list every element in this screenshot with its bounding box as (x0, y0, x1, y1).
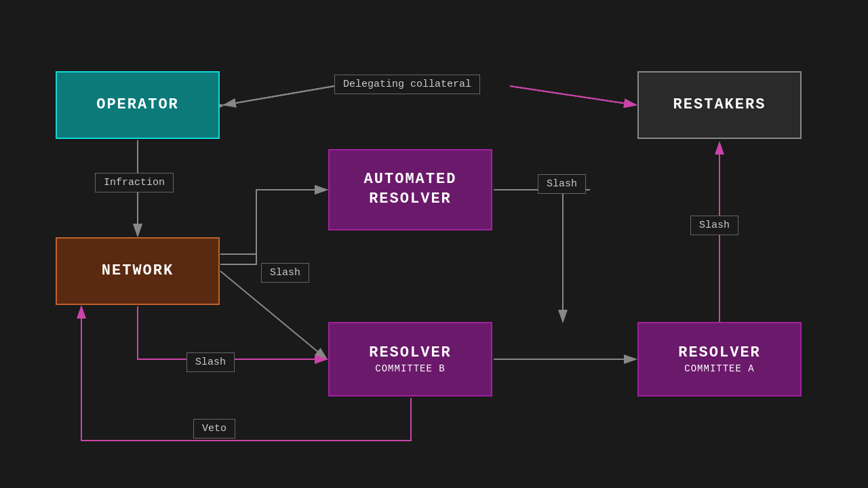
infraction-label: Infraction (95, 173, 174, 192)
slash-automated-label: Slash (538, 174, 586, 194)
slash-resolver-a-label: Slash (690, 216, 738, 235)
slash-network-resolver-b-label: Slash (186, 352, 235, 372)
resolver-a-label: RESOLVERCOMMITTEE A (678, 344, 761, 375)
operator-label: OPERATOR (96, 96, 179, 115)
restakers-label: RESTAKERS (673, 96, 766, 115)
svg-line-5 (510, 86, 636, 105)
veto-label: Veto (193, 419, 235, 439)
network-label: NETWORK (102, 262, 174, 281)
network-node: NETWORK (56, 237, 220, 305)
restakers-node: RESTAKERS (637, 71, 802, 139)
diagram: OPERATOR NETWORK AUTOMATEDRESOLVER RESOL… (0, 0, 868, 488)
svg-line-4 (224, 86, 334, 105)
resolver-a-node: RESOLVERCOMMITTEE A (637, 322, 802, 396)
delegating-collateral-label: Delegating collateral (334, 75, 480, 94)
automated-resolver-node: AUTOMATEDRESOLVER (328, 149, 492, 230)
automated-resolver-label: AUTOMATEDRESOLVER (364, 170, 457, 209)
resolver-b-label: RESOLVERCOMMITTEE B (369, 344, 452, 375)
resolver-b-node: RESOLVERCOMMITTEE B (328, 322, 492, 396)
svg-line-11 (220, 271, 327, 359)
slash-network-resolver-label: Slash (261, 263, 309, 283)
operator-node: OPERATOR (56, 71, 220, 139)
